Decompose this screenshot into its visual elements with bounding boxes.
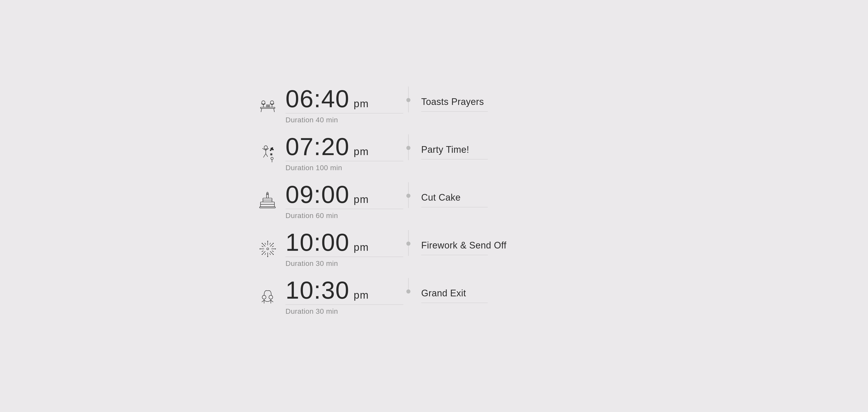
time-block: 10:30 pm Duration 30 min [285, 278, 403, 316]
timeline-dot [406, 146, 410, 150]
time-divider [285, 209, 403, 209]
left-side: 07:20 pm Duration 100 min [255, 134, 403, 172]
svg-line-17 [263, 154, 266, 157]
svg-line-62 [264, 300, 266, 302]
left-side: 10:00 pm Duration 30 min [255, 230, 403, 268]
firework-icon [258, 239, 277, 258]
timeline-dot [406, 242, 410, 246]
svg-line-15 [262, 148, 266, 150]
svg-point-25 [271, 157, 273, 159]
svg-point-47 [262, 243, 263, 244]
svg-point-49 [273, 243, 274, 244]
timeline-item-exit: 10:30 pm Duration 30 min Grand Exit [255, 278, 613, 316]
icon-area [255, 239, 280, 258]
timeline-item-party: 07:20 pm Duration 100 min Party Time! [255, 134, 613, 172]
svg-line-52 [270, 243, 271, 245]
dot-line [403, 134, 413, 150]
time-block: 06:40 pm Duration 40 min [285, 87, 403, 124]
time-divider [285, 305, 403, 305]
svg-line-57 [265, 253, 266, 255]
time-ampm: pm [353, 194, 369, 205]
svg-rect-0 [260, 107, 275, 108]
duration: Duration 100 min [285, 164, 403, 172]
svg-line-56 [272, 251, 274, 252]
dot-line [403, 230, 413, 246]
time-value: 09:00 [285, 182, 349, 207]
svg-line-53 [262, 246, 264, 247]
svg-line-42 [262, 251, 265, 254]
time-ampm: pm [353, 289, 369, 301]
event-name: Firework & Send Off [421, 240, 506, 251]
svg-point-20 [272, 149, 274, 150]
left-side: 09:00 pm Duration 60 min [255, 182, 403, 220]
svg-point-28 [267, 192, 268, 194]
duration: Duration 30 min [285, 259, 403, 268]
svg-point-43 [267, 241, 268, 242]
right-side: Toasts Prayers [413, 87, 613, 112]
right-side: Grand Exit [413, 278, 613, 303]
svg-point-7 [270, 101, 274, 104]
event-name: Cut Cake [421, 192, 461, 203]
svg-point-50 [262, 254, 263, 255]
svg-line-61 [262, 300, 264, 302]
duration: Duration 60 min [285, 212, 403, 220]
event-name: Toasts Prayers [421, 96, 484, 107]
svg-line-55 [272, 246, 274, 247]
timeline-dot [406, 98, 410, 102]
dot-line [403, 278, 413, 293]
party-icon [258, 144, 277, 163]
toasts-icon [258, 96, 277, 115]
svg-point-59 [262, 295, 266, 299]
time-display: 09:00 pm [285, 182, 403, 207]
svg-rect-11 [266, 105, 268, 107]
time-ampm: pm [353, 242, 369, 253]
time-block: 10:00 pm Duration 30 min [285, 230, 403, 268]
svg-line-54 [262, 251, 264, 252]
dot-line [403, 182, 413, 198]
timeline-item-firework: 10:00 pm Duration 30 min Firework & Send… [255, 230, 613, 268]
icon-area [255, 287, 280, 306]
svg-line-2 [274, 108, 274, 112]
right-side: Cut Cake [413, 182, 613, 207]
icon-area [255, 144, 280, 163]
time-divider [285, 161, 403, 161]
right-side: Firework & Send Off [413, 230, 613, 255]
time-ampm: pm [353, 98, 369, 109]
duration: Duration 30 min [285, 307, 403, 316]
time-value: 10:00 [285, 230, 349, 255]
cake-icon [258, 191, 277, 211]
svg-point-44 [267, 256, 268, 257]
event-name: Grand Exit [421, 288, 466, 298]
time-display: 06:40 pm [285, 87, 403, 111]
timeline-item-toasts: 06:40 pm Duration 40 min Toasts Prayers [255, 87, 613, 124]
time-display: 10:00 pm [285, 230, 403, 255]
svg-line-40 [270, 251, 273, 254]
svg-line-65 [268, 300, 271, 302]
time-block: 07:20 pm Duration 100 min [285, 134, 403, 172]
svg-rect-12 [268, 105, 270, 107]
time-display: 10:30 pm [285, 278, 403, 303]
time-display: 07:20 pm [285, 134, 403, 159]
event-name: Party Time! [421, 144, 469, 155]
svg-line-18 [266, 154, 268, 157]
svg-line-58 [270, 253, 271, 255]
icon-area [255, 96, 280, 115]
svg-line-16 [266, 148, 269, 150]
svg-point-3 [262, 101, 265, 104]
dot-line [403, 87, 413, 102]
icon-area [255, 191, 280, 211]
couple-icon [258, 287, 277, 306]
time-ampm: pm [353, 146, 369, 157]
time-divider [285, 113, 403, 114]
left-side: 10:30 pm Duration 30 min [255, 278, 403, 316]
right-divider [421, 159, 488, 159]
svg-line-1 [261, 108, 262, 112]
right-divider [421, 111, 488, 112]
timeline: 06:40 pm Duration 40 min Toasts Prayers [255, 87, 613, 326]
svg-point-34 [267, 248, 269, 250]
svg-point-46 [275, 248, 276, 249]
svg-point-45 [259, 248, 260, 249]
timeline-dot [406, 194, 410, 198]
time-value: 07:20 [285, 134, 349, 159]
svg-point-48 [273, 254, 274, 255]
